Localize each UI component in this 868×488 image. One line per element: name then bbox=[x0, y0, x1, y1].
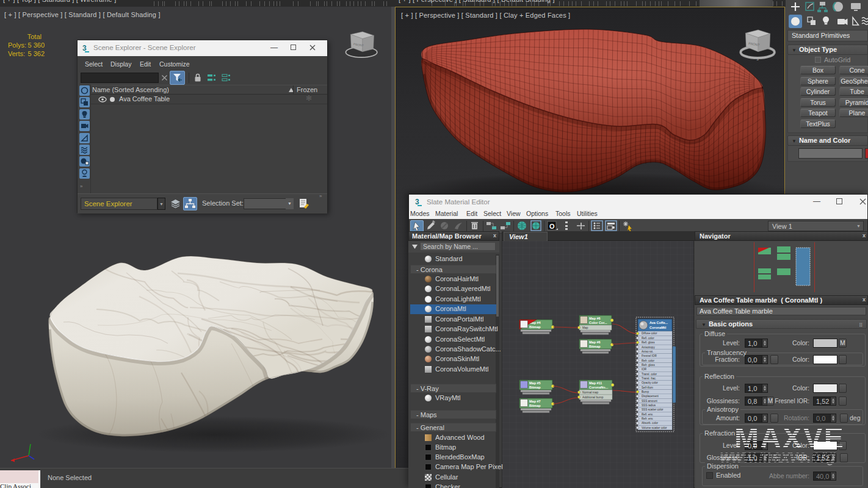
svg-text:Map: Map bbox=[582, 326, 588, 329]
svg-text:Aniso rot.: Aniso rot. bbox=[642, 350, 653, 353]
svg-text:SSS radius: SSS radius bbox=[642, 404, 656, 407]
svg-text:Fresnel IOR: Fresnel IOR bbox=[642, 354, 657, 357]
svg-text:3: 3 bbox=[82, 44, 87, 52]
svg-text:Transl. frac.: Transl. frac. bbox=[642, 377, 656, 380]
svg-text:IOR: IOR bbox=[642, 368, 647, 371]
svg-text:Self-illum: Self-illum bbox=[642, 386, 653, 389]
svg-text:Bump: Bump bbox=[642, 390, 649, 393]
svg-text:Absorb. color: Absorb. color bbox=[642, 422, 659, 425]
svg-text:Ava Coffe...: Ava Coffe... bbox=[649, 321, 668, 325]
svg-text:S: S bbox=[756, 57, 759, 61]
svg-text:Anisotropy: Anisotropy bbox=[642, 346, 655, 349]
svg-text:Additional bump: Additional bump bbox=[582, 396, 604, 399]
svg-text:Map #5: Map #5 bbox=[529, 381, 541, 385]
svg-text:Color Cor...: Color Cor... bbox=[589, 321, 607, 325]
svg-text:Map #6: Map #6 bbox=[589, 340, 601, 344]
svg-text:Bitmap: Bitmap bbox=[529, 404, 541, 407]
svg-text:SSS scatter color: SSS scatter color bbox=[642, 408, 664, 411]
svg-text:3: 3 bbox=[415, 198, 419, 206]
svg-text:Map #6: Map #6 bbox=[589, 317, 601, 320]
svg-text:Refl. env.: Refl. env. bbox=[642, 413, 653, 416]
svg-text:Bitmap: Bitmap bbox=[529, 386, 541, 389]
svg-text:CoronaNo...: CoronaNo... bbox=[589, 386, 609, 389]
svg-text:Map #11: Map #11 bbox=[589, 381, 602, 385]
svg-text:Refr. env.: Refr. env. bbox=[642, 417, 653, 420]
svg-text:Volume scatter color: Volume scatter color bbox=[642, 426, 667, 429]
svg-text:Opacity color: Opacity color bbox=[642, 381, 658, 384]
svg-text:O: O bbox=[549, 223, 555, 230]
svg-text:Displacement: Displacement bbox=[642, 395, 659, 398]
svg-text:Transl. color: Transl. color bbox=[642, 373, 657, 376]
svg-text:Diffuse color: Diffuse color bbox=[642, 332, 657, 335]
svg-text:Map #7: Map #7 bbox=[529, 400, 541, 403]
svg-text:Bitmap: Bitmap bbox=[529, 325, 541, 329]
svg-text:Bitmap: Bitmap bbox=[589, 345, 601, 348]
svg-text:CoronaMtl: CoronaMtl bbox=[649, 326, 667, 329]
svg-text:SSS amount: SSS amount bbox=[642, 400, 658, 403]
svg-text:Normal map: Normal map bbox=[582, 391, 598, 394]
svg-text:Refr. color: Refr. color bbox=[642, 359, 654, 362]
svg-text:Refl. gloss: Refl. gloss bbox=[642, 341, 655, 344]
svg-text:Refl. color: Refl. color bbox=[642, 337, 654, 340]
svg-text:Refr. gloss: Refr. gloss bbox=[642, 364, 655, 367]
